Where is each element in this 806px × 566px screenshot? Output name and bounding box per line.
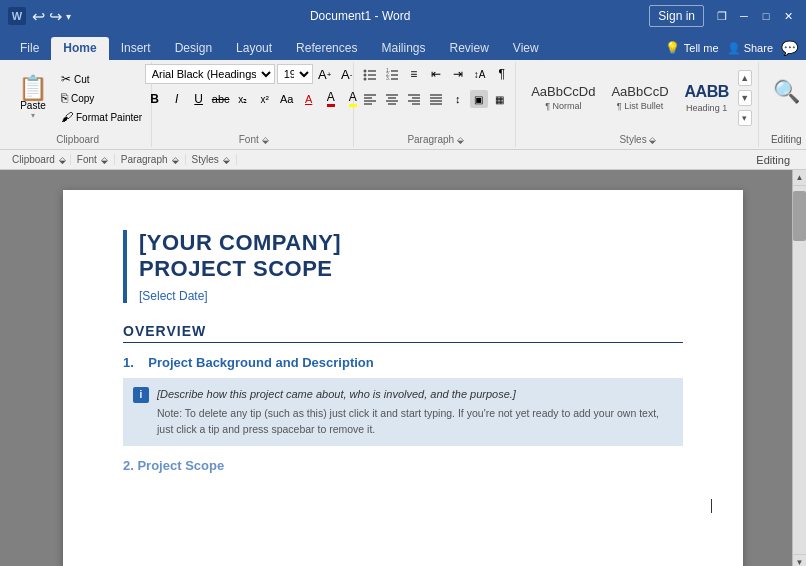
clear-format-button[interactable]: A: [299, 89, 319, 109]
shading-button[interactable]: ▣: [470, 90, 488, 108]
sign-in-button[interactable]: Sign in: [649, 5, 704, 27]
scrollbar-track[interactable]: [793, 186, 806, 554]
tab-layout[interactable]: Layout: [224, 37, 284, 60]
scroll-up-arrow[interactable]: ▲: [793, 170, 806, 186]
format-painter-icon: 🖌: [61, 110, 73, 124]
style-normal-preview: AaBbCcDd: [531, 85, 595, 98]
overview-heading: OVERVIEW: [123, 323, 683, 343]
tab-mailings[interactable]: Mailings: [369, 37, 437, 60]
clipboard-content: 📋 Paste ▾ ✂ Cut ⎘ Copy 🖌 Format Painter: [10, 64, 145, 132]
minimize-button[interactable]: ─: [734, 6, 754, 26]
format-painter-button[interactable]: 🖌 Format Painter: [58, 108, 145, 126]
styles-group-expand[interactable]: ⬙: [649, 135, 656, 145]
share-button[interactable]: 👤 Share: [727, 42, 773, 55]
paragraph-content: 1.2.3. ≡ ⇤ ⇥ ↕A ¶: [360, 64, 512, 132]
align-row: ↕ ▣ ▦: [360, 89, 510, 109]
tell-me-field[interactable]: 💡 Tell me: [665, 41, 719, 55]
show-hide-button[interactable]: ¶: [492, 64, 512, 84]
strikethrough-button[interactable]: abc: [211, 89, 231, 109]
font-size-select[interactable]: 19: [277, 64, 313, 84]
grow-font-button[interactable]: A+: [315, 64, 335, 84]
tab-home[interactable]: Home: [51, 37, 108, 60]
copy-button[interactable]: ⎘ Copy: [58, 89, 145, 107]
paragraph-group-expand[interactable]: ⬙: [457, 135, 464, 145]
styles-expand-arrow[interactable]: ▾: [738, 110, 752, 126]
comments-button[interactable]: 💬: [781, 40, 798, 56]
tip-content: [Describe how this project came about, w…: [157, 386, 673, 438]
font-group-expand[interactable]: ⬙: [262, 135, 269, 145]
style-list-bullet[interactable]: AaBbCcD ¶ List Bullet: [604, 70, 675, 126]
cursor-blink: [711, 499, 712, 513]
scrollbar-thumb[interactable]: [793, 191, 806, 241]
copy-icon: ⎘: [61, 91, 68, 105]
date-field[interactable]: [Select Date]: [139, 289, 683, 303]
superscript-button[interactable]: x²: [255, 89, 275, 109]
style-list-bullet-label: ¶ List Bullet: [617, 101, 663, 111]
paragraph-group-label: Paragraph ⬙: [115, 154, 186, 165]
tab-view[interactable]: View: [501, 37, 551, 60]
font-color-button[interactable]: A: [321, 89, 341, 109]
align-right-button[interactable]: [404, 89, 424, 109]
tab-references[interactable]: References: [284, 37, 369, 60]
svg-point-0: [363, 70, 366, 73]
word-page: [YOUR COMPANY] PROJECT SCOPE [Select Dat…: [63, 190, 743, 566]
tip-box[interactable]: i [Describe how this project came about,…: [123, 378, 683, 446]
numbering-button[interactable]: 1.2.3.: [382, 64, 402, 84]
maximize-button[interactable]: □: [756, 6, 776, 26]
clipboard-expand-icon[interactable]: ⬙: [59, 155, 66, 165]
paragraph-group: 1.2.3. ≡ ⇤ ⇥ ↕A ¶: [356, 62, 516, 147]
styles-label: Styles ⬙: [619, 132, 656, 145]
styles-expand-icon[interactable]: ⬙: [223, 155, 230, 165]
style-normal[interactable]: AaBbCcDd ¶ Normal: [524, 70, 602, 126]
company-title-line2[interactable]: PROJECT SCOPE: [139, 256, 683, 282]
underline-button[interactable]: U: [189, 89, 209, 109]
tab-review[interactable]: Review: [437, 37, 500, 60]
subscript-button[interactable]: x₂: [233, 89, 253, 109]
increase-indent-button[interactable]: ⇥: [448, 64, 468, 84]
justify-button[interactable]: [426, 89, 446, 109]
undo-button[interactable]: ↩: [32, 7, 45, 26]
font-name-select[interactable]: Arial Black (Headings): [145, 64, 275, 84]
bullets-button[interactable]: [360, 64, 380, 84]
paste-dropdown-arrow: ▾: [31, 111, 35, 120]
cut-button[interactable]: ✂ Cut: [58, 70, 145, 88]
restore-button[interactable]: ❐: [712, 6, 732, 26]
redo-button[interactable]: ↪: [49, 7, 62, 26]
multilevel-list-button[interactable]: ≡: [404, 64, 424, 84]
section1-title[interactable]: Project Background and Description: [148, 355, 373, 370]
tab-design[interactable]: Design: [163, 37, 224, 60]
close-button[interactable]: ✕: [778, 6, 798, 26]
align-left-button[interactable]: [360, 89, 380, 109]
svg-text:3.: 3.: [386, 75, 390, 81]
decrease-indent-button[interactable]: ⇤: [426, 64, 446, 84]
sort-button[interactable]: ↕A: [470, 64, 490, 84]
italic-button[interactable]: I: [167, 89, 187, 109]
shrink-font-button[interactable]: A-: [337, 64, 357, 84]
change-case-button[interactable]: Aa: [277, 89, 297, 109]
line-spacing-button[interactable]: ↕: [448, 89, 468, 109]
tab-insert[interactable]: Insert: [109, 37, 163, 60]
editing-label: Editing: [771, 134, 802, 145]
bold-button[interactable]: B: [145, 89, 165, 109]
align-center-button[interactable]: [382, 89, 402, 109]
tab-file[interactable]: File: [8, 37, 51, 60]
highlight-color-button[interactable]: A: [343, 89, 363, 109]
company-title-line1[interactable]: [YOUR COMPANY]: [139, 230, 683, 256]
scroll-down-arrow[interactable]: ▼: [793, 554, 806, 566]
borders-button[interactable]: ▦: [490, 89, 510, 109]
paragraph-expand-icon[interactable]: ⬙: [172, 155, 179, 165]
tip-main-text: [Describe how this project came about, w…: [157, 386, 673, 403]
clipboard-group: 📋 Paste ▾ ✂ Cut ⎘ Copy 🖌 Format Painter: [4, 62, 152, 147]
styles-gallery: AaBbCcDd ¶ Normal AaBbCcD ¶ List Bullet …: [524, 70, 736, 126]
vertical-scrollbar[interactable]: ▲ ▼: [792, 170, 806, 566]
quick-access-dropdown[interactable]: ▾: [66, 11, 71, 22]
search-button[interactable]: 🔍: [767, 64, 806, 120]
paste-button[interactable]: 📋 Paste ▾: [10, 70, 56, 126]
styles-scroll-up[interactable]: ▲: [738, 70, 752, 86]
styles-scroll-down[interactable]: ▼: [738, 90, 752, 106]
style-heading1[interactable]: AABB Heading 1: [678, 70, 736, 126]
font-expand-icon[interactable]: ⬙: [101, 155, 108, 165]
tip-info-icon: i: [133, 387, 149, 403]
styles-group-label: Styles ⬙: [186, 154, 237, 165]
styles-content: AaBbCcDd ¶ Normal AaBbCcD ¶ List Bullet …: [524, 64, 752, 132]
